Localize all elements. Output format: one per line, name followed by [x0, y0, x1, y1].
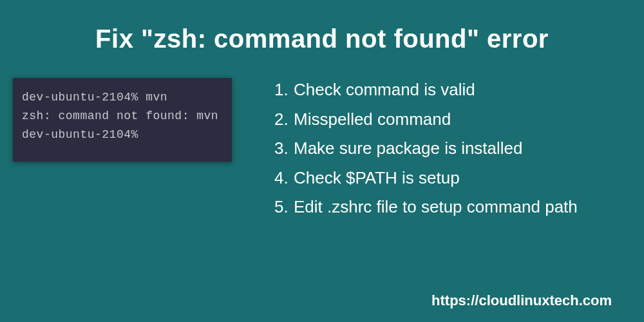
content-row: dev-ubuntu-2104% mvn zsh: command not fo…	[0, 53, 644, 222]
list-text: Edit .zshrc file to setup command path	[294, 193, 578, 222]
list-text: Misspelled command	[294, 105, 451, 135]
list-item: 3. Make sure package is installed	[274, 134, 618, 164]
list-item: 5. Edit .zshrc file to setup command pat…	[274, 193, 618, 222]
terminal-line-2: zsh: command not found: mvn	[22, 107, 223, 126]
terminal-line-1: dev-ubuntu-2104% mvn	[22, 88, 223, 107]
list-text: Check command is valid	[294, 75, 475, 105]
list-text: Make sure package is installed	[294, 134, 523, 164]
list-num: 5.	[274, 193, 294, 222]
page-title: Fix "zsh: command not found" error	[0, 0, 644, 53]
list-item: 4. Check $PATH is setup	[274, 164, 618, 193]
list-item: 1. Check command is valid	[274, 75, 618, 105]
list-num: 4.	[274, 164, 294, 193]
list-num: 3.	[274, 134, 294, 164]
steps-list: 1. Check command is valid 2. Misspelled …	[251, 73, 618, 222]
terminal-line-3: dev-ubuntu-2104%	[22, 126, 223, 144]
list-num: 1.	[274, 75, 294, 105]
list-text: Check $PATH is setup	[294, 164, 460, 193]
list-num: 2.	[274, 105, 294, 135]
list-item: 2. Misspelled command	[274, 105, 618, 135]
terminal-box: dev-ubuntu-2104% mvn zsh: command not fo…	[13, 78, 232, 162]
footer-url: https://cloudlinuxtech.com	[431, 292, 612, 309]
